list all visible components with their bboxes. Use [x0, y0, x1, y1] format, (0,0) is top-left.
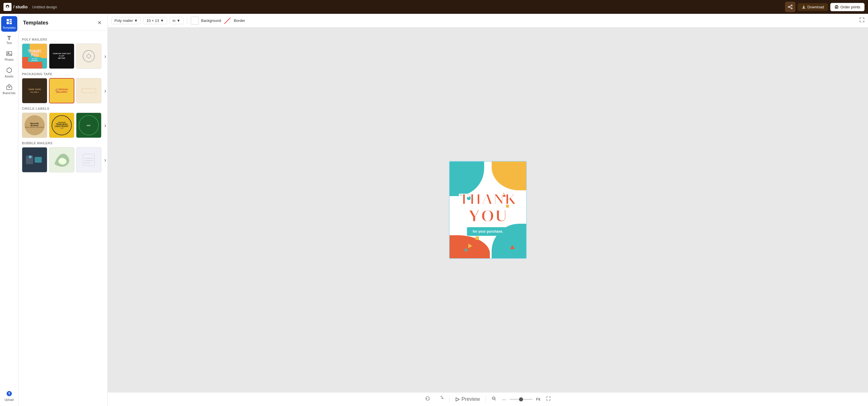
section-poly-mailers-label: POLY MAILERS — [22, 38, 104, 41]
arrow-yellow — [468, 244, 472, 248]
templates-panel-title: Templates — [23, 20, 49, 26]
template-cl1[interactable]: MarseilleBrownie RICH, SAVORY, DELICIOUS — [22, 112, 47, 138]
template-pm3[interactable] — [76, 43, 101, 69]
sidebar-item-assets[interactable]: Assets — [1, 65, 17, 80]
yellow-top-right — [492, 162, 526, 190]
logo-icon — [3, 3, 11, 11]
sidebar-item-upload[interactable]: Upload — [1, 388, 17, 404]
product-label: Poly mailer — [115, 19, 133, 23]
svg-point-20 — [29, 156, 32, 158]
svg-line-3 — [789, 6, 791, 7]
share-button[interactable] — [785, 2, 795, 12]
download-button[interactable]: Download — [798, 3, 828, 11]
unit-chevron-icon: ▼ — [177, 19, 180, 23]
banner-text: for your purchase. — [473, 230, 503, 234]
text-label: Text — [6, 41, 11, 45]
logo: / studio — [3, 3, 28, 11]
size-chevron-icon: ▼ — [160, 19, 164, 23]
border-icon-wrapper — [223, 17, 231, 25]
poly-mailers-grid: THANKYOU for your purchase. YOUR DAY JUS… — [22, 43, 104, 69]
preview-label: Preview — [461, 396, 480, 402]
preview-button[interactable]: Preview — [453, 395, 482, 403]
templates-panel-header: Templates ✕ — [19, 14, 107, 31]
section-packaging-tape-label: PACKAGING TAPE — [22, 72, 104, 76]
template-pt3[interactable] — [76, 78, 101, 103]
svg-point-0 — [791, 5, 792, 6]
sidebar-item-brand-kits[interactable]: Brand kits — [1, 81, 17, 97]
templates-panel: Templates ✕ POLY MAILERS THANKYOU — [19, 14, 108, 406]
design-card[interactable]: THANK YOU for your purchase. — [449, 161, 527, 259]
template-pm1[interactable]: THANKYOU for your purchase. — [22, 43, 47, 69]
size-label: 10 × 13 — [146, 19, 159, 23]
canvas-content: THANK YOU for your purchase. — [108, 28, 868, 392]
photos-label: Photos — [5, 58, 13, 61]
toolbar-divider-1 — [187, 17, 187, 24]
zoom-level: Fit — [536, 397, 540, 401]
unit-selector[interactable]: in ▼ — [169, 17, 184, 24]
svg-point-2 — [791, 8, 792, 9]
svg-point-1 — [788, 6, 789, 7]
svg-rect-8 — [9, 21, 12, 22]
template-cl2[interactable]: CampCoffy TRAILHEADLIGHT ROAST 4 OZ — [49, 112, 74, 138]
bottom-divider-2 — [486, 396, 486, 403]
sidebar-icons: Templates T Text Photos Assets — [0, 14, 19, 406]
circle-labels-grid: MarseilleBrownie RICH, SAVORY, DELICIOUS… — [22, 112, 104, 138]
thank-text: THANK — [450, 192, 526, 207]
main-layout: Templates T Text Photos Assets — [0, 14, 868, 406]
text-icon: T — [7, 35, 11, 41]
template-bm3[interactable] — [76, 147, 101, 172]
dot-red-tri-2 — [510, 245, 515, 249]
upload-icon — [6, 391, 12, 398]
close-templates-button[interactable]: ✕ — [96, 19, 103, 27]
close-icon: ✕ — [97, 20, 102, 26]
canvas-area: Poly mailer ▼ 10 × 13 ▼ in ▼ Background … — [108, 14, 868, 406]
zoom-slider[interactable] — [509, 399, 532, 400]
order-prints-label: Order prints — [840, 5, 860, 9]
bubble-mailers-grid: › — [22, 147, 104, 172]
circle-labels-more-button[interactable]: › — [103, 121, 107, 130]
svg-line-25 — [224, 18, 230, 24]
svg-line-28 — [495, 399, 496, 400]
svg-rect-6 — [7, 19, 9, 21]
packaging-tape-more-button[interactable]: › — [103, 87, 107, 95]
bubble-mailers-more-button[interactable]: › — [103, 156, 107, 164]
templates-label: Templates — [3, 26, 16, 29]
zoom-out-button[interactable] — [489, 395, 499, 403]
svg-line-4 — [789, 7, 791, 8]
assets-label: Assets — [5, 75, 13, 78]
template-pt1[interactable]: TAPE-TAPEVOLUME 1 — [22, 78, 47, 103]
expand-canvas-button[interactable] — [859, 17, 865, 24]
border-label: Border — [234, 19, 245, 23]
templates-icon — [6, 19, 12, 26]
redo-button[interactable] — [436, 395, 446, 404]
template-bm1[interactable] — [22, 147, 47, 172]
template-cl3[interactable]: est. — [76, 112, 101, 138]
background-swatch[interactable] — [191, 17, 199, 25]
sidebar-item-templates[interactable]: Templates — [1, 16, 17, 32]
bottom-toolbar: Preview — Fit — [108, 392, 868, 406]
svg-rect-9 — [7, 22, 9, 24]
svg-point-16 — [83, 50, 95, 62]
templates-scroll[interactable]: POLY MAILERS THANKYOU for your purchase. — [19, 31, 107, 406]
dot-blue — [508, 234, 512, 237]
template-pt2[interactable]: 🚚 SPECIALDELIVERY — [49, 78, 74, 103]
product-selector[interactable]: Poly mailer ▼ — [111, 17, 141, 24]
background-label: Background — [201, 19, 221, 23]
sidebar-item-photos[interactable]: Photos — [1, 48, 17, 64]
poly-mailers-more-button[interactable]: › — [103, 52, 107, 61]
design-title: Untitled design — [32, 5, 57, 9]
svg-rect-19 — [35, 157, 42, 163]
undo-button[interactable] — [423, 395, 433, 404]
sidebar-item-text[interactable]: T Text — [1, 33, 17, 47]
bottom-divider-1 — [449, 396, 450, 403]
order-prints-button[interactable]: Order prints — [830, 3, 865, 11]
svg-rect-21 — [83, 154, 95, 166]
template-pm2[interactable]: YOUR DAY JUST GOTA LOTBETTER — [49, 43, 74, 69]
topbar: / studio Untitled design Download Order … — [0, 0, 868, 14]
svg-rect-17 — [82, 89, 96, 93]
unit-label: in — [173, 19, 176, 23]
expand-button[interactable] — [544, 395, 553, 403]
size-selector[interactable]: 10 × 13 ▼ — [143, 17, 167, 24]
assets-icon — [6, 67, 12, 74]
template-bm2[interactable] — [49, 147, 74, 172]
